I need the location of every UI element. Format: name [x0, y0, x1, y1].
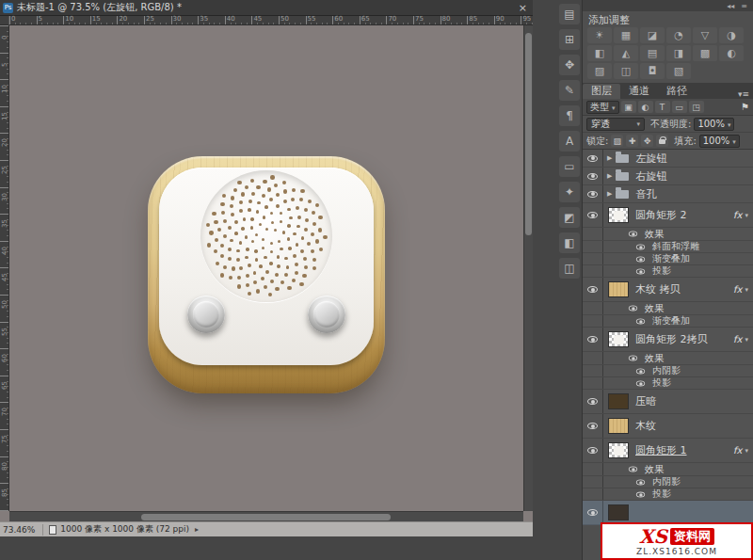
fx-visibility-eye-icon[interactable]: [636, 380, 645, 386]
layer-name[interactable]: 渐变叠加: [652, 314, 690, 328]
horizontal-scrollbar[interactable]: [9, 511, 523, 521]
fx-badge-icon[interactable]: fx▾: [733, 210, 748, 220]
layer-thumbnail[interactable]: [608, 418, 629, 434]
layer-row[interactable]: 投影: [583, 265, 753, 278]
vibrance-icon[interactable]: ▽: [693, 27, 717, 43]
fill-value[interactable]: 100%: [699, 135, 740, 148]
zoom-level[interactable]: 73.46%: [3, 525, 35, 535]
fx-visibility-eye-icon[interactable]: [636, 256, 645, 262]
visibility-eye-icon[interactable]: [587, 398, 598, 405]
exposure-icon[interactable]: ◔: [666, 27, 691, 43]
blend-mode-dropdown[interactable]: 穿透: [586, 118, 645, 131]
fx-visibility-eye-icon[interactable]: [636, 479, 645, 485]
navigator-panel-icon[interactable]: ▤: [559, 4, 580, 24]
layer-name[interactable]: 右旋钮: [635, 169, 666, 184]
horizontal-scroll-thumb[interactable]: [141, 514, 391, 520]
layer-name[interactable]: 投影: [652, 488, 671, 501]
visibility-cell[interactable]: [583, 315, 603, 327]
visibility-cell[interactable]: [583, 185, 603, 202]
visibility-cell[interactable]: [583, 476, 603, 488]
lock-transparency-icon[interactable]: ▨: [611, 135, 623, 147]
visibility-cell[interactable]: [583, 203, 603, 227]
layer-name[interactable]: 木纹 拷贝: [635, 282, 681, 296]
fx-badge-icon[interactable]: fx▾: [733, 334, 748, 344]
canvas[interactable]: [9, 25, 523, 511]
posterize-icon[interactable]: ▨: [587, 63, 612, 79]
layer-row[interactable]: 渐变叠加: [583, 315, 753, 328]
status-expand-icon[interactable]: ▸: [195, 525, 199, 534]
layer-row[interactable]: 木纹 拷贝fx▾: [583, 278, 753, 302]
visibility-cell[interactable]: [583, 278, 603, 301]
layer-row[interactable]: ▶音孔: [583, 185, 753, 203]
layer-thumbnail[interactable]: [608, 331, 629, 347]
color-balance-icon[interactable]: ◧: [587, 45, 612, 61]
tab-通道[interactable]: 通道: [620, 84, 658, 99]
layer-thumbnail[interactable]: [608, 504, 629, 520]
visibility-cell[interactable]: [583, 302, 603, 314]
visibility-cell[interactable]: [583, 501, 603, 524]
layer-row[interactable]: 效果: [583, 228, 753, 241]
brightness-contrast-icon[interactable]: ☀: [587, 27, 612, 43]
layer-row[interactable]: 木纹: [583, 414, 753, 439]
filter-adjustment-layers-icon[interactable]: ◐: [638, 101, 653, 113]
visibility-cell[interactable]: [583, 352, 603, 364]
layer-name[interactable]: 圆角矩形 2: [635, 208, 687, 222]
v-ruler[interactable]: 0510152025303540455055606570758085: [0, 25, 9, 511]
opacity-value[interactable]: 100%: [694, 118, 734, 131]
layer-name[interactable]: 投影: [652, 264, 671, 278]
layer-thumbnail[interactable]: [608, 442, 629, 458]
info-panel-icon[interactable]: ✥: [559, 55, 580, 75]
layers-panel-menu-icon[interactable]: ▾≡: [738, 89, 749, 99]
visibility-eye-icon[interactable]: [587, 212, 598, 218]
collapse-panels-icon[interactable]: ◂◂: [727, 2, 734, 10]
paragraph-panel-icon[interactable]: ¶: [559, 105, 580, 126]
tab-路径[interactable]: 路径: [658, 84, 696, 99]
layer-row[interactable]: 效果: [583, 352, 753, 365]
layer-row[interactable]: 效果: [583, 463, 753, 476]
layer-name[interactable]: 渐变叠加: [652, 252, 690, 265]
color-lookup-icon[interactable]: ▩: [693, 45, 717, 61]
layer-name[interactable]: 压暗: [635, 394, 656, 408]
filter-smart-objects-icon[interactable]: ◳: [689, 101, 704, 113]
layer-thumbnail[interactable]: [608, 281, 629, 297]
fx-badge-icon[interactable]: fx▾: [733, 284, 748, 295]
visibility-eye-icon[interactable]: [587, 447, 598, 454]
lock-pixels-icon[interactable]: ✚: [626, 135, 638, 147]
fx-visibility-eye-icon[interactable]: [636, 268, 645, 274]
visibility-cell[interactable]: [583, 241, 603, 252]
document-tab-bar[interactable]: Ps 未标题-1 @ 73.5% (左旋钮, RGB/8) * ×: [0, 0, 533, 16]
visibility-cell[interactable]: [583, 168, 603, 184]
layer-name[interactable]: 斜面和浮雕: [652, 240, 699, 253]
black-white-icon[interactable]: ◭: [614, 45, 638, 61]
layer-name[interactable]: 效果: [645, 228, 664, 241]
fx-visibility-eye-icon[interactable]: [636, 491, 645, 497]
visibility-cell[interactable]: [583, 328, 603, 351]
visibility-eye-icon[interactable]: [587, 423, 598, 429]
layer-name[interactable]: 效果: [645, 352, 664, 365]
visibility-cell[interactable]: [583, 488, 603, 500]
tab-图层[interactable]: 图层: [583, 84, 620, 99]
expand-triangle-icon[interactable]: ▶: [607, 190, 612, 198]
levels-icon[interactable]: ▦: [614, 27, 638, 43]
visibility-cell[interactable]: [583, 463, 603, 475]
styles-panel-icon[interactable]: ✦: [559, 182, 580, 202]
layer-name[interactable]: 效果: [645, 302, 664, 315]
visibility-cell[interactable]: [583, 228, 603, 240]
fx-badge-icon[interactable]: fx▾: [733, 445, 748, 456]
layer-name[interactable]: 木纹: [635, 419, 656, 433]
visibility-cell[interactable]: [583, 439, 603, 462]
ruler-origin-corner[interactable]: [0, 16, 9, 25]
character-panel-icon[interactable]: A: [559, 131, 580, 152]
layer-name[interactable]: 音孔: [635, 187, 656, 201]
visibility-cell[interactable]: [583, 150, 603, 167]
lock-all-icon[interactable]: [656, 135, 668, 147]
layer-row[interactable]: 投影: [583, 488, 753, 501]
visibility-cell[interactable]: [583, 365, 603, 376]
layer-row[interactable]: 圆角矩形 1fx▾: [583, 439, 753, 463]
filter-pixel-layers-icon[interactable]: ▣: [621, 101, 636, 113]
close-icon[interactable]: ×: [519, 2, 527, 14]
fx-visibility-eye-icon[interactable]: [629, 306, 637, 312]
filter-type-layers-icon[interactable]: T: [655, 101, 670, 113]
layer-thumbnail[interactable]: [608, 393, 629, 409]
fx-visibility-eye-icon[interactable]: [636, 244, 645, 249]
